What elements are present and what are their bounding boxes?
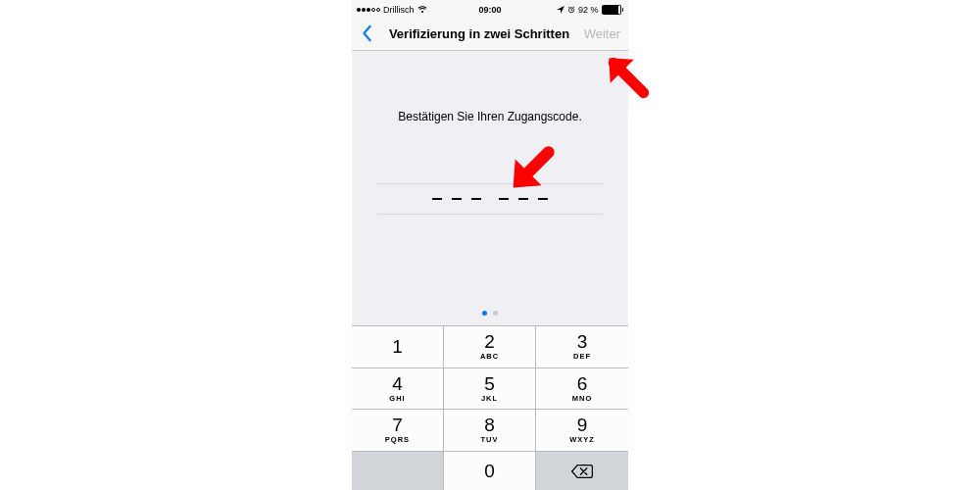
instruction-text: Bestätigen Sie Ihren Zugangscode. (352, 110, 628, 123)
wifi-icon (417, 6, 427, 14)
keypad-blank (352, 452, 444, 491)
keypad-key-0[interactable]: 0 (444, 452, 536, 491)
keypad-key-4[interactable]: 4 GHI (352, 368, 444, 411)
keypad-key-7[interactable]: 7 PQRS (352, 410, 444, 452)
page-dot-2 (493, 311, 498, 316)
keypad-key-6[interactable]: 6 MNO (536, 368, 628, 411)
status-bar: Drillisch 09:00 (352, 0, 628, 17)
status-left: Drillisch (357, 5, 478, 15)
page-indicator (352, 311, 628, 316)
phone-screen: Drillisch 09:00 (352, 0, 628, 490)
keypad-delete-button[interactable] (536, 452, 628, 491)
nav-bar: Verifizierung in zwei Schritten Weiter (352, 17, 628, 51)
passcode-input[interactable] (377, 183, 603, 215)
status-time: 09:00 (478, 5, 501, 15)
content-area: Bestätigen Sie Ihren Zugangscode. (352, 51, 628, 325)
carrier-label: Drillisch (383, 5, 415, 15)
keypad-key-5[interactable]: 5 JKL (444, 368, 536, 411)
keypad-key-8[interactable]: 8 TUV (444, 410, 536, 452)
numeric-keypad: 1 2 ABC 3 DEF 4 GHI 5 JKL 6 MNO (352, 325, 628, 490)
status-right: 92 % (502, 5, 623, 15)
battery-percent-label: 92 % (578, 5, 599, 15)
keypad-key-9[interactable]: 9 WXYZ (536, 410, 628, 452)
next-button[interactable]: Weiter (581, 26, 622, 41)
chevron-left-icon (362, 24, 373, 42)
backspace-icon (570, 464, 594, 479)
location-icon (557, 6, 564, 14)
back-button[interactable] (358, 24, 377, 42)
alarm-icon (567, 6, 575, 14)
page-dot-1 (482, 311, 487, 316)
signal-strength-icon (357, 8, 380, 12)
keypad-key-3[interactable]: 3 DEF (536, 326, 628, 368)
passcode-dashes (432, 198, 548, 200)
nav-title: Verifizierung in zwei Schritten (381, 26, 577, 41)
battery-icon (602, 5, 624, 15)
keypad-key-1[interactable]: 1 (352, 326, 444, 368)
keypad-key-2[interactable]: 2 ABC (444, 326, 536, 368)
